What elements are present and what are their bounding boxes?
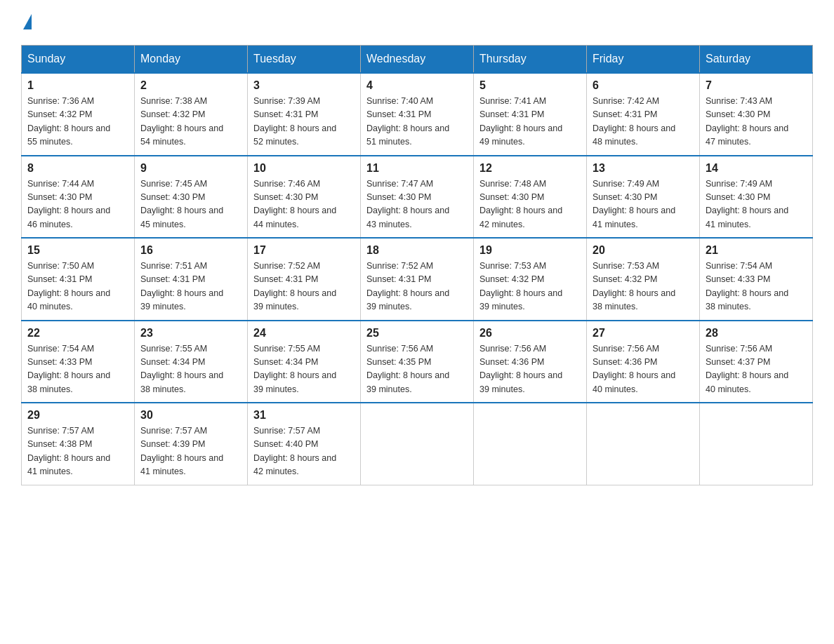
day-info: Sunrise: 7:56 AM Sunset: 4:36 PM Dayligh… (593, 342, 694, 397)
day-number: 12 (479, 162, 581, 175)
calendar-cell: 3 Sunrise: 7:39 AM Sunset: 4:31 PM Dayli… (248, 73, 361, 156)
day-info: Sunrise: 7:50 AM Sunset: 4:31 PM Dayligh… (27, 260, 128, 314)
col-header-monday: Monday (135, 46, 248, 74)
calendar-cell: 15 Sunrise: 7:50 AM Sunset: 4:31 PM Dayl… (22, 238, 135, 321)
day-number: 19 (479, 244, 581, 257)
calendar-cell: 21 Sunrise: 7:54 AM Sunset: 4:33 PM Dayl… (700, 238, 813, 321)
calendar-week-row: 1 Sunrise: 7:36 AM Sunset: 4:32 PM Dayli… (22, 73, 813, 156)
calendar-cell: 12 Sunrise: 7:48 AM Sunset: 4:30 PM Dayl… (474, 156, 587, 239)
col-header-wednesday: Wednesday (361, 46, 474, 74)
day-number: 24 (253, 327, 355, 340)
calendar-cell: 8 Sunrise: 7:44 AM Sunset: 4:30 PM Dayli… (22, 156, 135, 239)
day-number: 11 (366, 162, 468, 175)
day-info: Sunrise: 7:51 AM Sunset: 4:31 PM Dayligh… (140, 260, 241, 314)
day-info: Sunrise: 7:49 AM Sunset: 4:30 PM Dayligh… (593, 177, 694, 232)
day-number: 1 (27, 79, 128, 92)
calendar-cell: 19 Sunrise: 7:53 AM Sunset: 4:32 PM Dayl… (474, 238, 587, 321)
calendar-cell: 16 Sunrise: 7:51 AM Sunset: 4:31 PM Dayl… (135, 238, 248, 321)
day-info: Sunrise: 7:56 AM Sunset: 4:36 PM Dayligh… (479, 342, 581, 397)
calendar-cell: 14 Sunrise: 7:49 AM Sunset: 4:30 PM Dayl… (700, 156, 813, 239)
day-number: 31 (253, 409, 355, 422)
day-info: Sunrise: 7:53 AM Sunset: 4:32 PM Dayligh… (593, 260, 694, 314)
day-info: Sunrise: 7:39 AM Sunset: 4:31 PM Dayligh… (253, 95, 355, 149)
day-number: 25 (366, 327, 468, 340)
day-number: 27 (593, 327, 694, 340)
day-info: Sunrise: 7:42 AM Sunset: 4:31 PM Dayligh… (593, 95, 694, 149)
day-number: 9 (140, 162, 241, 175)
calendar-cell (700, 403, 813, 485)
calendar-table: SundayMondayTuesdayWednesdayThursdayFrid… (21, 45, 813, 485)
day-number: 28 (706, 327, 807, 340)
logo-blue-text (21, 14, 32, 31)
day-info: Sunrise: 7:38 AM Sunset: 4:32 PM Dayligh… (140, 95, 241, 149)
calendar-cell (587, 403, 700, 485)
day-info: Sunrise: 7:53 AM Sunset: 4:32 PM Dayligh… (479, 260, 581, 314)
day-number: 13 (593, 162, 694, 175)
day-number: 4 (366, 79, 468, 92)
day-number: 16 (140, 244, 241, 257)
calendar-cell: 7 Sunrise: 7:43 AM Sunset: 4:30 PM Dayli… (700, 73, 813, 156)
day-number: 10 (253, 162, 355, 175)
day-number: 30 (140, 409, 241, 422)
calendar-week-row: 15 Sunrise: 7:50 AM Sunset: 4:31 PM Dayl… (22, 238, 813, 321)
day-number: 14 (706, 162, 807, 175)
day-number: 18 (366, 244, 468, 257)
calendar-cell: 31 Sunrise: 7:57 AM Sunset: 4:40 PM Dayl… (248, 403, 361, 485)
day-number: 7 (706, 79, 807, 92)
calendar-cell: 4 Sunrise: 7:40 AM Sunset: 4:31 PM Dayli… (361, 73, 474, 156)
day-number: 8 (27, 162, 128, 175)
day-info: Sunrise: 7:40 AM Sunset: 4:31 PM Dayligh… (366, 95, 468, 149)
col-header-sunday: Sunday (22, 46, 135, 74)
logo-triangle-icon (23, 14, 32, 29)
calendar-cell: 18 Sunrise: 7:52 AM Sunset: 4:31 PM Dayl… (361, 238, 474, 321)
calendar-cell: 26 Sunrise: 7:56 AM Sunset: 4:36 PM Dayl… (474, 321, 587, 403)
calendar-cell: 11 Sunrise: 7:47 AM Sunset: 4:30 PM Dayl… (361, 156, 474, 239)
day-info: Sunrise: 7:57 AM Sunset: 4:40 PM Dayligh… (253, 424, 355, 479)
calendar-header-row: SundayMondayTuesdayWednesdayThursdayFrid… (22, 46, 813, 74)
day-info: Sunrise: 7:54 AM Sunset: 4:33 PM Dayligh… (27, 342, 128, 397)
logo (21, 14, 32, 31)
calendar-cell: 25 Sunrise: 7:56 AM Sunset: 4:35 PM Dayl… (361, 321, 474, 403)
day-number: 22 (27, 327, 128, 340)
day-info: Sunrise: 7:57 AM Sunset: 4:38 PM Dayligh… (27, 424, 128, 479)
day-info: Sunrise: 7:46 AM Sunset: 4:30 PM Dayligh… (253, 177, 355, 232)
day-number: 20 (593, 244, 694, 257)
col-header-tuesday: Tuesday (248, 46, 361, 74)
calendar-cell (361, 403, 474, 485)
day-number: 17 (253, 244, 355, 257)
calendar-cell: 22 Sunrise: 7:54 AM Sunset: 4:33 PM Dayl… (22, 321, 135, 403)
day-info: Sunrise: 7:41 AM Sunset: 4:31 PM Dayligh… (479, 95, 581, 149)
calendar-cell: 30 Sunrise: 7:57 AM Sunset: 4:39 PM Dayl… (135, 403, 248, 485)
day-number: 23 (140, 327, 241, 340)
day-info: Sunrise: 7:48 AM Sunset: 4:30 PM Dayligh… (479, 177, 581, 232)
calendar-week-row: 29 Sunrise: 7:57 AM Sunset: 4:38 PM Dayl… (22, 403, 813, 485)
day-info: Sunrise: 7:45 AM Sunset: 4:30 PM Dayligh… (140, 177, 241, 232)
col-header-thursday: Thursday (474, 46, 587, 74)
day-info: Sunrise: 7:55 AM Sunset: 4:34 PM Dayligh… (253, 342, 355, 397)
day-number: 3 (253, 79, 355, 92)
col-header-saturday: Saturday (700, 46, 813, 74)
calendar-cell: 13 Sunrise: 7:49 AM Sunset: 4:30 PM Dayl… (587, 156, 700, 239)
day-number: 15 (27, 244, 128, 257)
day-number: 21 (706, 244, 807, 257)
day-info: Sunrise: 7:55 AM Sunset: 4:34 PM Dayligh… (140, 342, 241, 397)
day-number: 29 (27, 409, 128, 422)
calendar-cell: 9 Sunrise: 7:45 AM Sunset: 4:30 PM Dayli… (135, 156, 248, 239)
day-number: 2 (140, 79, 241, 92)
calendar-week-row: 22 Sunrise: 7:54 AM Sunset: 4:33 PM Dayl… (22, 321, 813, 403)
day-info: Sunrise: 7:56 AM Sunset: 4:35 PM Dayligh… (366, 342, 468, 397)
day-info: Sunrise: 7:49 AM Sunset: 4:30 PM Dayligh… (706, 177, 807, 232)
calendar-cell: 10 Sunrise: 7:46 AM Sunset: 4:30 PM Dayl… (248, 156, 361, 239)
calendar-cell (474, 403, 587, 485)
calendar-cell: 6 Sunrise: 7:42 AM Sunset: 4:31 PM Dayli… (587, 73, 700, 156)
calendar-cell: 20 Sunrise: 7:53 AM Sunset: 4:32 PM Dayl… (587, 238, 700, 321)
day-info: Sunrise: 7:52 AM Sunset: 4:31 PM Dayligh… (253, 260, 355, 314)
day-info: Sunrise: 7:56 AM Sunset: 4:37 PM Dayligh… (706, 342, 807, 397)
day-info: Sunrise: 7:52 AM Sunset: 4:31 PM Dayligh… (366, 260, 468, 314)
calendar-week-row: 8 Sunrise: 7:44 AM Sunset: 4:30 PM Dayli… (22, 156, 813, 239)
calendar-cell: 2 Sunrise: 7:38 AM Sunset: 4:32 PM Dayli… (135, 73, 248, 156)
calendar-cell: 1 Sunrise: 7:36 AM Sunset: 4:32 PM Dayli… (22, 73, 135, 156)
day-info: Sunrise: 7:54 AM Sunset: 4:33 PM Dayligh… (706, 260, 807, 314)
calendar-cell: 24 Sunrise: 7:55 AM Sunset: 4:34 PM Dayl… (248, 321, 361, 403)
day-number: 6 (593, 79, 694, 92)
